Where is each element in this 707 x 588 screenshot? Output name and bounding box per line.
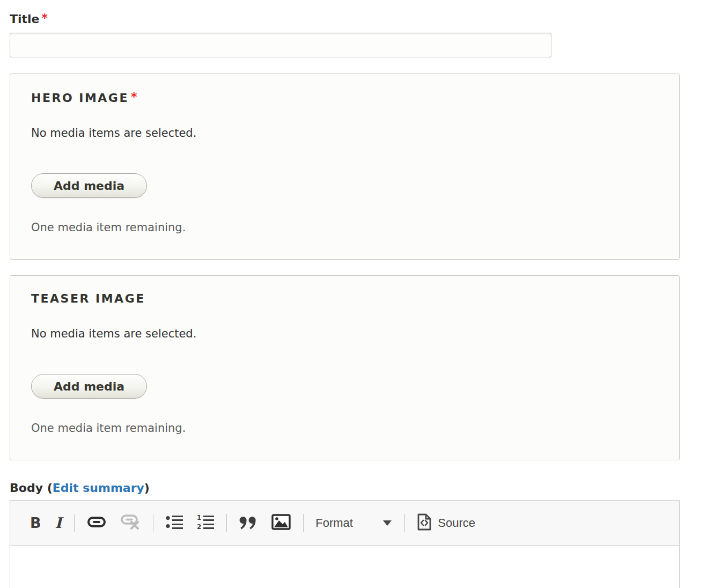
node-edit-form: Title* HERO IMAGE* No media items are se… — [10, 0, 680, 588]
svg-text:1: 1 — [197, 514, 201, 521]
teaser-image-legend: TEASER IMAGE — [31, 292, 658, 306]
format-dropdown-label: Format — [315, 516, 353, 530]
title-input[interactable] — [10, 33, 551, 57]
svg-text:2: 2 — [197, 523, 201, 530]
bulleted-list-icon — [166, 514, 183, 532]
hero-image-legend-text: HERO IMAGE — [31, 91, 129, 105]
numbered-list-icon: 1 2 — [197, 514, 214, 532]
title-label-text: Title — [10, 12, 40, 26]
teaser-empty-text: No media items are selected. — [31, 327, 658, 341]
hero-empty-text: No media items are selected. — [31, 127, 658, 140]
caret-down-icon — [383, 520, 392, 526]
hero-add-media-button[interactable]: Add media — [31, 173, 147, 198]
bold-button[interactable]: B — [23, 510, 48, 536]
teaser-add-media-button[interactable]: Add media — [31, 374, 147, 399]
toolbar-separator — [153, 514, 153, 532]
body-label-text: Body — [10, 481, 43, 495]
toolbar-separator — [404, 514, 405, 532]
format-dropdown[interactable]: Format — [309, 510, 399, 536]
edit-summary-link[interactable]: Edit summary — [53, 481, 144, 495]
image-button[interactable] — [264, 510, 298, 536]
hero-remaining-text: One media item remaining. — [31, 221, 658, 234]
bulleted-list-button[interactable] — [159, 510, 190, 536]
body-label: Body (Edit summary) — [10, 481, 680, 495]
editor-content-area[interactable] — [10, 546, 679, 588]
teaser-image-fieldset: TEASER IMAGE No media items are selected… — [10, 275, 680, 460]
hero-image-legend: HERO IMAGE* — [31, 90, 658, 105]
source-button[interactable]: Source — [410, 510, 482, 536]
image-icon — [271, 514, 291, 532]
link-button[interactable] — [80, 510, 113, 536]
editor-toolbar: B I — [10, 501, 679, 546]
italic-button[interactable]: I — [48, 510, 69, 536]
source-icon — [417, 513, 432, 533]
toolbar-separator — [226, 514, 227, 532]
required-marker: * — [131, 90, 138, 104]
teaser-image-legend-text: TEASER IMAGE — [31, 292, 145, 305]
unlink-button[interactable] — [113, 510, 148, 536]
unlink-icon — [120, 514, 141, 532]
hero-image-fieldset: HERO IMAGE* No media items are selected.… — [10, 74, 680, 260]
blockquote-button[interactable] — [232, 510, 264, 536]
teaser-remaining-text: One media item remaining. — [31, 422, 658, 435]
toolbar-separator — [74, 514, 75, 532]
link-icon — [87, 516, 106, 531]
body-editor: B I — [10, 500, 680, 588]
blockquote-icon — [239, 516, 257, 530]
toolbar-separator — [303, 514, 304, 532]
required-marker: * — [42, 11, 48, 25]
title-label: Title* — [10, 12, 48, 26]
paren-open: ( — [47, 481, 53, 495]
paren-close: ) — [144, 481, 150, 495]
title-field: Title* — [10, 0, 680, 57]
source-button-label: Source — [438, 516, 475, 530]
numbered-list-button[interactable]: 1 2 — [190, 510, 221, 536]
